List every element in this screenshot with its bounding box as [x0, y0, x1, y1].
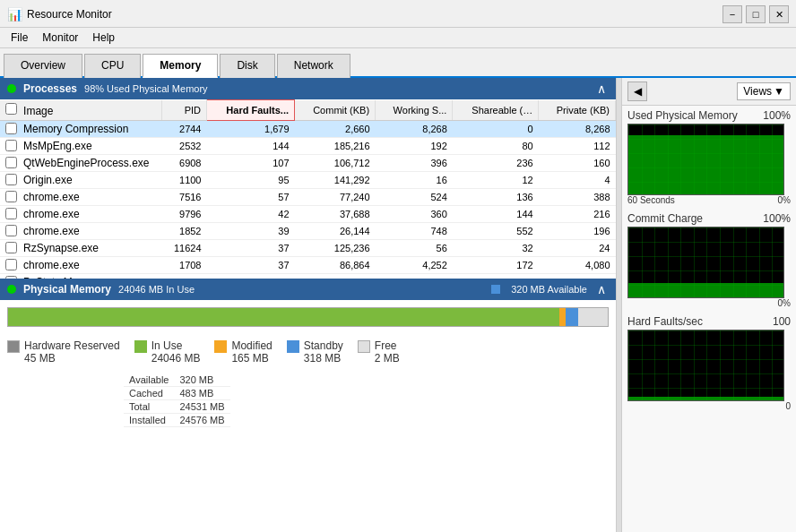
- cell-private: 160: [539, 154, 616, 171]
- chart2-zero-label: 0%: [778, 298, 791, 308]
- row-checkbox[interactable]: [5, 157, 17, 168]
- menu-monitor[interactable]: Monitor: [35, 30, 85, 46]
- legend-inuse: In Use 24046 MB: [134, 339, 201, 365]
- physical-memory-available-icon: [491, 285, 500, 294]
- cell-pid: 9796: [161, 205, 207, 222]
- row-checkbox[interactable]: [5, 123, 17, 134]
- table-row[interactable]: Memory Compression 2744 1,679 2,660 8,26…: [0, 120, 616, 137]
- chart3-grid: [628, 330, 783, 400]
- maximize-button[interactable]: □: [746, 5, 766, 23]
- cell-hardfaults: 95: [207, 171, 295, 188]
- tab-overview[interactable]: Overview: [4, 54, 82, 78]
- physical-memory-inuse: 24046 MB In Use: [118, 284, 195, 295]
- chart2-canvas: [627, 227, 784, 298]
- chart3-canvas: [627, 330, 784, 401]
- cell-working: 8,268: [376, 120, 453, 137]
- row-checkbox[interactable]: [5, 140, 17, 151]
- memory-details: Available 320 MB Cached 483 MB Total 245…: [0, 370, 616, 434]
- cell-private: 112: [539, 137, 616, 154]
- cell-commit: 185,216: [295, 137, 376, 154]
- legend-standby-box: [287, 340, 299, 353]
- menu-help[interactable]: Help: [85, 30, 122, 46]
- cell-working: 360: [376, 205, 453, 222]
- table-row[interactable]: chrome.exe 7516 57 77,240 524 136 388: [0, 188, 616, 205]
- chart2-percent: 100%: [763, 212, 791, 225]
- views-label: Views: [743, 85, 772, 98]
- cell-commit: 86,864: [295, 256, 376, 273]
- processes-collapse-button[interactable]: ∧: [594, 82, 609, 96]
- col-image[interactable]: Image: [0, 100, 161, 121]
- table-row[interactable]: chrome.exe 1852 39 26,144 748 552 196: [0, 222, 616, 239]
- chart2-title: Commit Charge: [627, 212, 703, 225]
- cell-hardfaults: 144: [207, 137, 295, 154]
- physical-memory-collapse-button[interactable]: ∧: [594, 282, 609, 296]
- table-row[interactable]: RzSynapse.exe 11624 37 125,236 56 32 24: [0, 239, 616, 256]
- cell-image: Memory Compression: [0, 121, 161, 137]
- processes-status: 98% Used Physical Memory: [84, 83, 208, 94]
- row-checkbox[interactable]: [5, 208, 17, 219]
- memory-bar-container: [0, 300, 616, 334]
- table-row[interactable]: chrome.exe 1708 37 86,864 4,252 172 4,08…: [0, 256, 616, 273]
- table-row[interactable]: chrome.exe 9796 42 37,688 360 144 216: [0, 205, 616, 222]
- legend-free-label: Free: [375, 339, 400, 352]
- table-row[interactable]: Origin.exe 1100 95 141,292 16 12 4: [0, 171, 616, 188]
- views-back-button[interactable]: ◀: [627, 82, 647, 101]
- legend-hardware-reserved-value: 45 MB: [24, 352, 120, 365]
- left-panel: Processes 98% Used Physical Memory ∧ Ima…: [0, 78, 617, 532]
- tab-memory[interactable]: Memory: [143, 54, 218, 78]
- cell-shareable: 12: [453, 171, 539, 188]
- cell-working: 56: [376, 239, 453, 256]
- minimize-button[interactable]: −: [722, 5, 742, 23]
- tab-disk[interactable]: Disk: [220, 54, 274, 78]
- legend-standby: Standby 318 MB: [287, 339, 343, 365]
- cell-shareable: 172: [453, 256, 539, 273]
- tab-cpu[interactable]: CPU: [84, 54, 141, 78]
- cell-commit: 141,292: [295, 171, 376, 188]
- chart3-percent: 100: [773, 315, 791, 328]
- cell-pid: 1708: [161, 256, 207, 273]
- views-dropdown[interactable]: Views ▼: [737, 82, 791, 100]
- cell-working: 192: [376, 137, 453, 154]
- cell-working: 748: [376, 222, 453, 239]
- chart1-title: Used Physical Memory: [627, 109, 738, 122]
- col-private[interactable]: Private (KB): [539, 100, 616, 121]
- menu-file[interactable]: File: [4, 30, 35, 46]
- cell-hardfaults: 39: [207, 222, 295, 239]
- row-checkbox[interactable]: [5, 242, 17, 253]
- cell-private: 24: [539, 239, 616, 256]
- legend-modified-box: [214, 340, 227, 353]
- cell-commit: 26,144: [295, 222, 376, 239]
- memory-bar: [7, 307, 609, 327]
- col-pid[interactable]: PID: [161, 100, 207, 121]
- table-row[interactable]: MsMpEng.exe 2532 144 185,216 192 80 112: [0, 137, 616, 154]
- cell-hardfaults: 1,679: [207, 120, 295, 137]
- table-row[interactable]: QtWebEngineProcess.exe 6908 107 106,712 …: [0, 154, 616, 171]
- col-commit[interactable]: Commit (KB): [295, 100, 376, 121]
- row-checkbox[interactable]: [5, 174, 17, 185]
- legend-free-box: [358, 340, 370, 353]
- col-shareable[interactable]: Shareable (…: [453, 100, 539, 121]
- cell-working: 4,252: [376, 256, 453, 273]
- row-checkbox[interactable]: [5, 225, 17, 236]
- cell-commit: 37,688: [295, 205, 376, 222]
- row-checkbox[interactable]: [5, 259, 17, 270]
- tab-network[interactable]: Network: [277, 54, 350, 78]
- close-button[interactable]: ✕: [769, 5, 789, 23]
- col-working[interactable]: Working S...: [376, 100, 453, 121]
- window-controls: − □ ✕: [722, 5, 789, 23]
- physical-memory-indicator: [7, 285, 16, 294]
- processes-header: Processes 98% Used Physical Memory ∧: [0, 78, 616, 99]
- views-header: ◀ Views ▼: [622, 78, 796, 106]
- chart3-title: Hard Faults/sec: [627, 315, 703, 328]
- cell-working: 396: [376, 154, 453, 171]
- cell-private: 8,268: [539, 120, 616, 137]
- col-hardfaults[interactable]: Hard Faults...: [207, 100, 295, 121]
- row-checkbox[interactable]: [5, 191, 17, 202]
- cell-pid: 2532: [161, 137, 207, 154]
- legend-inuse-value: 24046 MB: [151, 352, 201, 365]
- select-all-checkbox[interactable]: [5, 103, 17, 115]
- cell-image: MsMpEng.exe: [0, 138, 161, 154]
- main-content: Processes 98% Used Physical Memory ∧ Ima…: [0, 78, 796, 532]
- cell-private: 388: [539, 188, 616, 205]
- legend-inuse-box: [134, 340, 147, 353]
